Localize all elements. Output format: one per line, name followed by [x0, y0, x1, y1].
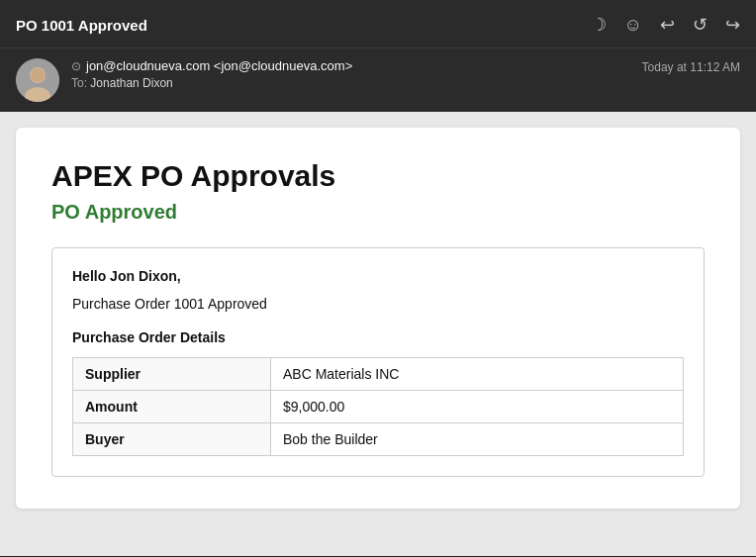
to-line: To: Jonathan Dixon — [71, 76, 642, 90]
table-row: BuyerBob the Builder — [73, 423, 684, 456]
row-value: $9,000.00 — [271, 391, 684, 423]
table-row: SupplierABC Materials INC — [73, 358, 684, 391]
row-label: Buyer — [73, 423, 271, 456]
reply-icon[interactable]: ↩ — [660, 14, 675, 36]
email-card: APEX PO Approvals PO Approved Hello Jon … — [16, 128, 740, 509]
sender-info: ⊙ jon@cloudnueva.com <jon@cloudnueva.com… — [71, 58, 642, 90]
email-header-bar: PO 1001 Approved ☽ ☺ ↩ ↺ ↪ — [0, 0, 756, 47]
greeting: Hello Jon Dixon, — [72, 268, 684, 284]
email-body-wrapper: APEX PO Approvals PO Approved Hello Jon … — [0, 112, 756, 556]
verified-icon: ⊙ — [71, 59, 81, 73]
po-approved-label: PO Approved — [51, 201, 705, 224]
to-name: Jonathan Dixon — [90, 76, 172, 90]
table-row: Amount$9,000.00 — [73, 391, 684, 423]
sender-email[interactable]: jon@cloudnueva.com <jon@cloudnueva.com> — [86, 58, 352, 73]
row-value: ABC Materials INC — [271, 358, 684, 391]
avatar — [16, 58, 59, 102]
moon-icon[interactable]: ☽ — [591, 14, 607, 36]
to-label: To: — [71, 76, 87, 90]
details-table: SupplierABC Materials INCAmount$9,000.00… — [72, 357, 684, 456]
reply-all-icon[interactable]: ↺ — [693, 14, 708, 36]
apex-title: APEX PO Approvals — [51, 159, 705, 193]
sender-row: ⊙ jon@cloudnueva.com <jon@cloudnueva.com… — [0, 47, 756, 112]
sender-email-line: ⊙ jon@cloudnueva.com <jon@cloudnueva.com… — [71, 58, 642, 73]
emoji-icon[interactable]: ☺ — [624, 15, 642, 36]
email-subject: PO 1001 Approved — [16, 17, 147, 34]
row-label: Amount — [73, 391, 271, 423]
row-label: Supplier — [73, 358, 271, 391]
po-description: Purchase Order 1001 Approved — [72, 296, 684, 312]
svg-point-3 — [31, 68, 45, 82]
timestamp: Today at 11:12 AM — [642, 60, 740, 74]
header-icons: ☽ ☺ ↩ ↺ ↪ — [591, 14, 740, 36]
row-value: Bob the Builder — [271, 423, 684, 456]
forward-icon[interactable]: ↪ — [725, 14, 740, 36]
email-content-section: Hello Jon Dixon, Purchase Order 1001 App… — [51, 247, 705, 477]
section-title: Purchase Order Details — [72, 329, 684, 345]
